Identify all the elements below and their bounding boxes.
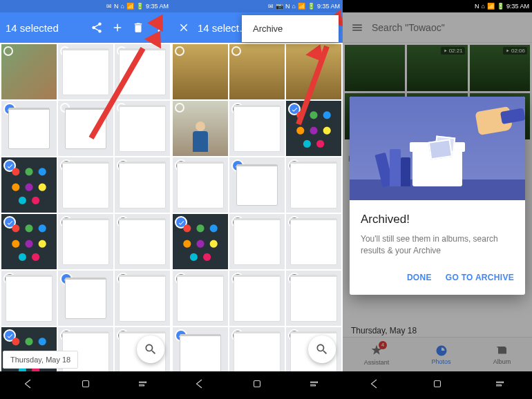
selected-check-icon [175, 216, 187, 228]
photo-thumb[interactable] [173, 157, 228, 213]
selected-check-icon [60, 159, 73, 172]
photo-thumb[interactable] [229, 44, 285, 99]
svg-rect-1 [254, 381, 260, 387]
photo-thumb[interactable] [58, 44, 113, 99]
photo-thumb[interactable] [229, 157, 285, 213]
screen-menu: ✉📷N⌂📶🔋 9:35 AM 14 select… Archive [171, 0, 343, 399]
photo-thumb[interactable] [1, 101, 57, 156]
photo-thumb[interactable] [115, 101, 170, 156]
photo-thumb[interactable] [1, 44, 57, 99]
overflow-menu: Archive [242, 15, 339, 42]
selected-check-icon [288, 216, 301, 228]
selected-check-icon [117, 216, 129, 228]
photo-thumb[interactable] [286, 271, 341, 326]
screen-select: ✉N⌂📶🔋 9:35 AM 14 selected Thursday, May … [0, 0, 171, 399]
photo-thumb[interactable] [229, 101, 285, 156]
select-ring-icon [175, 46, 184, 56]
home-button[interactable] [251, 378, 263, 393]
selected-check-icon [3, 159, 16, 172]
select-ring-icon [231, 46, 241, 56]
photo-thumb[interactable] [1, 271, 57, 326]
photo-thumb[interactable] [1, 157, 57, 213]
selected-check-icon [288, 273, 301, 285]
selected-check-icon [3, 103, 16, 115]
photo-thumb[interactable] [58, 214, 113, 269]
selected-check-icon [231, 329, 244, 342]
selected-check-icon [231, 273, 244, 285]
photo-grid [171, 43, 343, 384]
zoom-button[interactable] [137, 335, 164, 363]
select-ring-icon [60, 46, 70, 56]
selected-check-icon [60, 329, 73, 342]
select-ring-icon [60, 103, 70, 113]
dialog-illustration [350, 97, 525, 200]
selected-check-icon [175, 159, 187, 172]
archived-dialog: Archived! You'll still see them in album… [350, 97, 525, 295]
selected-check-icon [175, 329, 187, 342]
status-time: 9:35 AM [506, 3, 529, 10]
photo-thumb[interactable] [286, 101, 341, 156]
select-ring-icon [117, 46, 126, 56]
selected-check-icon [231, 103, 244, 115]
photo-thumb[interactable] [173, 101, 228, 156]
back-button[interactable] [193, 378, 206, 393]
select-ring-icon [3, 46, 13, 56]
photo-grid [0, 43, 171, 384]
photo-thumb[interactable] [173, 214, 228, 269]
photo-thumb[interactable] [229, 214, 285, 269]
selected-check-icon [288, 159, 301, 172]
selected-check-icon [3, 216, 16, 228]
photo-thumb[interactable] [229, 271, 285, 326]
share-button[interactable] [90, 21, 104, 35]
photo-thumb[interactable] [58, 157, 113, 213]
archive-menu-item[interactable]: Archive [253, 23, 327, 34]
dialog-title: Archived! [361, 213, 514, 226]
photo-thumb[interactable] [286, 157, 341, 213]
photo-thumb[interactable] [173, 271, 228, 326]
selection-count: 14 selected [6, 22, 83, 34]
selected-check-icon [288, 329, 301, 342]
recents-button[interactable] [308, 378, 321, 393]
date-chip: Thursday, May 18 [3, 351, 78, 369]
selected-check-icon [3, 329, 16, 342]
close-button[interactable] [177, 21, 191, 35]
recents-button[interactable] [137, 378, 149, 393]
select-ring-icon [117, 103, 126, 113]
selected-check-icon [175, 273, 187, 285]
selected-check-icon [117, 273, 129, 285]
status-bar: ✉📷N⌂📶🔋 9:35 AM [171, 0, 343, 12]
back-button[interactable] [22, 378, 35, 393]
photo-thumb[interactable] [115, 157, 170, 213]
svg-rect-0 [82, 381, 88, 387]
system-nav [171, 371, 343, 399]
svg-rect-2 [434, 381, 440, 387]
done-button[interactable]: DONE [407, 273, 432, 282]
add-button[interactable] [111, 21, 124, 35]
system-nav [0, 371, 171, 399]
photo-thumb[interactable] [58, 271, 113, 326]
delete-button[interactable] [131, 21, 145, 35]
dialog-message: You'll still see them in albums, search … [361, 233, 514, 257]
selected-check-icon [60, 273, 73, 285]
photo-thumb[interactable] [173, 44, 228, 99]
selected-check-icon [117, 329, 129, 342]
selected-check-icon [231, 216, 244, 228]
photo-thumb[interactable] [286, 214, 341, 269]
goto-archive-button[interactable]: GO TO ARCHIVE [446, 273, 514, 282]
home-button[interactable] [79, 378, 92, 393]
status-bar: N⌂📶🔋 9:35 AM [343, 0, 532, 12]
selected-check-icon [3, 273, 16, 285]
system-nav [343, 371, 532, 399]
select-ring-icon [175, 103, 184, 113]
photo-thumb[interactable] [115, 271, 170, 326]
photo-thumb[interactable] [1, 214, 57, 269]
recents-button[interactable] [494, 378, 506, 393]
status-bar: ✉N⌂📶🔋 9:35 AM [0, 0, 171, 12]
selected-check-icon [231, 159, 244, 172]
home-button[interactable] [431, 378, 444, 393]
zoom-button[interactable] [308, 335, 336, 363]
selected-check-icon [117, 159, 129, 172]
selected-check-icon [60, 216, 73, 228]
photo-thumb[interactable] [115, 214, 170, 269]
back-button[interactable] [368, 378, 381, 393]
